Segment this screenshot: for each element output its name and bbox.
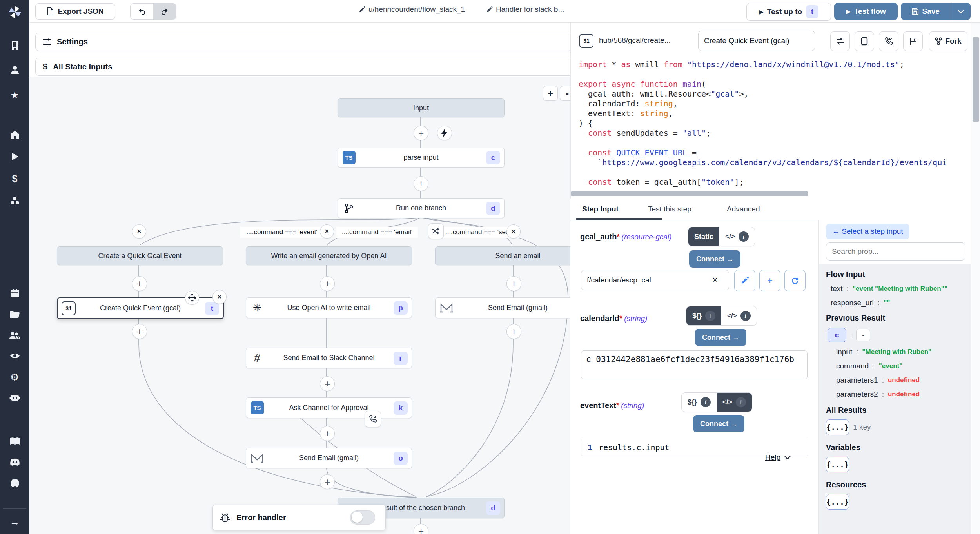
save-button[interactable]: Save [901,3,951,20]
test-flow-button[interactable]: ▶ Test flow [834,3,898,20]
flow-node-send-email-gmail-mid[interactable]: Send Email (gmail) o [246,448,412,468]
all-static-inputs-bar[interactable]: $ All Static Inputs [35,58,572,76]
prop-row[interactable]: text:"event "Meeting with Ruben"" [831,284,971,293]
flow-node-use-openai[interactable]: ✳ Use Open AI to write email p [246,297,412,318]
resources-cubes-icon[interactable] [0,192,29,210]
info-icon[interactable]: i [736,397,746,407]
test-up-to-button[interactable]: ▶ Test up to t [746,3,831,21]
edit-resource-button[interactable] [734,270,755,291]
calendarid-mode-toggle[interactable]: ${}i </>i [686,306,757,326]
collapse-badge[interactable]: - [856,329,870,341]
code-hscrollbar-thumb[interactable] [571,191,808,196]
zoom-in-button[interactable]: + [543,86,558,101]
error-handler-toggle[interactable] [350,510,375,525]
expand-sidebar-arrow-icon[interactable]: → [0,513,29,530]
fork-button[interactable]: Fork [929,31,967,51]
docs-book-icon[interactable] [0,433,29,450]
select-step-input-pill[interactable]: ← Select a step input [826,224,909,239]
favorites-star-icon[interactable]: ★ [0,86,29,104]
eventtext-connect-button[interactable]: Connect → [693,415,744,432]
prop-row[interactable]: parameters1:undefined [836,376,971,385]
github-icon[interactable] [0,475,29,492]
add-step-button[interactable]: + [132,276,147,291]
prop-row[interactable]: response_url:"" [831,299,971,307]
workers-robot-icon[interactable] [0,389,29,406]
code-editor[interactable]: import * as wmill from "https://deno.lan… [579,60,967,201]
info-icon[interactable]: i [739,231,749,242]
variables-dollar-icon[interactable]: $ [0,170,29,187]
eventtext-mode-toggle[interactable]: ${}i </>i [681,392,752,412]
clear-resource-icon[interactable]: × [712,274,718,285]
tab-step-input[interactable]: Step Input [582,199,619,220]
add-branch-button[interactable] [428,223,444,239]
zoom-out-button[interactable]: - [560,86,570,101]
mode-static[interactable]: Static [688,227,719,246]
add-step-button[interactable]: + [320,276,335,291]
info-icon[interactable]: i [740,311,751,321]
add-step-button[interactable]: + [414,126,428,140]
mode-javascript[interactable]: </>i [719,227,755,246]
mode-template[interactable]: ${}i [686,306,721,325]
object-badge[interactable]: {...} [826,457,849,472]
flow-node-send-email-slack[interactable]: # Send Email to Slack Channel r [246,348,412,368]
trigger-bolt-button[interactable] [437,126,452,140]
add-step-button[interactable]: + [320,376,335,391]
settings-gear-icon[interactable]: ⚙ [0,368,29,386]
branch-header-gcal[interactable]: Create a Quick Gcal Event [57,246,223,265]
step-c-badge[interactable]: c [828,328,846,342]
editor-vscrollbar-thumb[interactable] [973,37,979,122]
suspend-button[interactable] [879,31,898,51]
info-icon[interactable]: i [705,311,715,321]
move-step-handle[interactable] [185,291,199,305]
flow-node-input[interactable]: Input [338,98,505,117]
workspace-icon[interactable] [0,37,29,54]
save-dropdown-button[interactable] [951,3,971,20]
add-resource-button[interactable]: + [759,270,780,291]
flow-node-create-quick-event-selected[interactable]: 31 Create Quick Event (gcal) t [57,297,224,319]
gcal-auth-connect-button[interactable]: Connect → [689,250,740,268]
flow-node-run-one-branch[interactable]: Run one branch d [338,198,505,218]
add-step-button[interactable]: + [320,474,335,489]
prop-row[interactable]: parameters2:undefined [836,390,971,399]
add-step-button[interactable]: + [132,324,147,339]
flow-node-parse-input[interactable]: TS parse input c [338,148,505,168]
breadcrumb-title[interactable]: Handler for slack b... [486,5,564,14]
tab-test-this-step[interactable]: Test this step [648,199,691,220]
tab-advanced[interactable]: Advanced [727,199,760,220]
runs-play-icon[interactable] [0,148,29,165]
home-icon[interactable] [0,126,29,143]
refresh-resource-button[interactable] [784,270,806,291]
help-link[interactable]: Help [765,453,791,462]
branch-header-openai[interactable]: Write an email generated by Open AI [246,246,412,265]
object-badge[interactable]: {...} [826,419,849,435]
calendarid-connect-button[interactable]: Connect → [695,329,746,346]
mode-javascript[interactable]: </>i [717,393,752,412]
branch-condition-event[interactable]: ....command === 'event' [240,227,323,238]
hub-script-path[interactable]: hub/568/gcal/create... [599,36,671,45]
breadcrumb-path[interactable]: u/henricourdent/flow_slack_1 [359,5,465,14]
flow-node-ask-approval[interactable]: TS Ask Channel for Approval k [246,397,412,418]
branch-condition-email[interactable]: ....command === 'email' [336,227,418,238]
mode-template[interactable]: ${}i [682,393,717,412]
gcal-auth-mode-toggle[interactable]: Static </>i [688,227,755,246]
groups-icon[interactable] [0,327,29,344]
windmill-logo-icon[interactable] [0,3,29,21]
discord-icon[interactable] [0,454,29,471]
delete-step-button[interactable]: × [212,290,227,304]
mode-javascript[interactable]: </>i [721,306,757,325]
delete-branch-button[interactable]: × [320,224,334,239]
sleep-flag-button[interactable] [903,31,923,51]
box-button[interactable] [855,31,874,51]
prop-row[interactable]: command:"event" [836,362,971,370]
add-step-button[interactable]: + [506,324,521,339]
delete-branch-button[interactable]: × [132,224,146,239]
suspend-approval-button[interactable] [365,411,381,427]
resource-path-input[interactable] [581,270,729,290]
prop-row[interactable]: input:"Meeting with Ruben" [836,348,971,356]
redo-button[interactable] [153,4,176,19]
object-badge[interactable]: {...} [826,494,849,510]
flow-node-send-email-gmail-right[interactable]: Send Email (gmail) [435,297,570,318]
step-summary-input[interactable] [698,31,815,51]
calendarid-value-input[interactable]: c_0312442e881ae6fcf1dec23f54916a389f1c17… [581,350,808,379]
add-step-button[interactable]: + [506,276,521,291]
